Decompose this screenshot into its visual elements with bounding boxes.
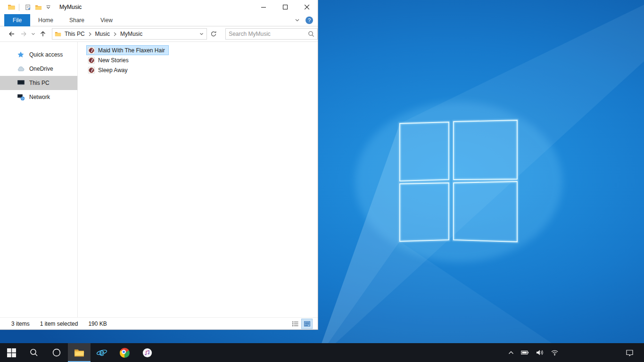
computer-icon xyxy=(17,79,25,87)
cortana-icon xyxy=(52,348,61,357)
up-arrow-icon xyxy=(39,30,47,38)
recent-locations-chevron-icon[interactable] xyxy=(30,28,37,40)
breadcrumb-music[interactable]: Music xyxy=(92,31,113,37)
breadcrumb-mymusic[interactable]: MyMusic xyxy=(117,31,146,37)
system-tray xyxy=(508,343,644,362)
refresh-icon xyxy=(210,31,217,37)
address-bar[interactable]: This PC Music MyMusic xyxy=(52,28,207,40)
action-center-icon xyxy=(626,349,634,356)
sidebar-item-label: Quick access xyxy=(29,51,63,58)
large-icons-view-icon xyxy=(304,321,311,327)
search-box[interactable] xyxy=(225,28,318,40)
sidebar-item-network[interactable]: Network xyxy=(0,90,77,104)
audio-file-icon xyxy=(88,47,95,54)
up-button[interactable] xyxy=(37,28,49,40)
chrome-button[interactable] xyxy=(113,343,136,362)
help-button[interactable]: ? xyxy=(305,16,313,24)
forward-button[interactable] xyxy=(17,28,29,40)
sidebar-item-quick-access[interactable]: Quick access xyxy=(0,48,77,62)
speaker-icon xyxy=(536,349,544,356)
status-item-count: 3 items xyxy=(11,321,30,327)
folder-icon xyxy=(8,3,15,11)
battery-button[interactable] xyxy=(521,349,529,356)
taskbar-file-explorer-button[interactable] xyxy=(68,343,91,362)
breadcrumb-this-pc[interactable]: This PC xyxy=(61,31,88,37)
tab-home[interactable]: Home xyxy=(30,14,61,26)
windows-logo-icon xyxy=(7,348,16,357)
taskbar-search-button[interactable] xyxy=(23,343,45,362)
minimize-button[interactable] xyxy=(253,0,274,14)
chevron-right-icon[interactable] xyxy=(113,32,117,36)
chevron-right-icon[interactable] xyxy=(88,32,92,36)
wifi-icon xyxy=(551,349,559,356)
address-dropdown-chevron-icon[interactable] xyxy=(199,32,204,36)
chrome-icon xyxy=(120,348,130,358)
close-icon xyxy=(305,5,309,9)
folder-icon xyxy=(55,31,61,37)
sidebar-item-this-pc[interactable]: This PC xyxy=(0,76,77,90)
ribbon-tabs: File Home Share View ? xyxy=(0,14,318,26)
file-item[interactable]: New Stories xyxy=(86,55,132,65)
action-center-button[interactable] xyxy=(626,349,634,356)
explorer-main: Quick access OneDrive xyxy=(0,42,318,317)
properties-icon xyxy=(25,4,31,10)
cloud-icon xyxy=(17,66,25,72)
internet-explorer-icon: e xyxy=(96,347,107,358)
back-button[interactable] xyxy=(6,28,17,40)
expand-ribbon-chevron-icon[interactable] xyxy=(295,18,300,23)
properties-button[interactable] xyxy=(25,4,31,10)
file-explorer-icon xyxy=(74,348,84,357)
details-view-icon xyxy=(292,321,299,327)
status-bar: 3 items 1 item selected 190 KB xyxy=(0,317,318,329)
status-size: 190 KB xyxy=(88,321,107,327)
network-icon xyxy=(17,93,25,101)
titlebar: MyMusic xyxy=(0,0,318,14)
file-name: Sleep Away xyxy=(98,67,128,74)
back-arrow-icon xyxy=(8,30,16,38)
search-icon xyxy=(308,31,314,37)
details-view-button[interactable] xyxy=(290,319,300,329)
large-icons-view-button[interactable] xyxy=(302,319,312,329)
close-button[interactable] xyxy=(296,0,318,14)
sidebar-item-onedrive[interactable]: OneDrive xyxy=(0,62,77,76)
sidebar-item-label: Network xyxy=(29,94,50,100)
file-explorer-window: MyMusic File Home Share View ? xyxy=(0,0,318,330)
battery-icon xyxy=(521,349,529,356)
audio-file-icon xyxy=(88,66,95,74)
refresh-button[interactable] xyxy=(208,28,220,40)
new-folder-icon xyxy=(35,4,42,11)
file-item[interactable]: Sleep Away xyxy=(86,65,132,75)
start-button[interactable] xyxy=(0,343,23,362)
file-item[interactable]: Maid With The Flaxen Hair xyxy=(86,45,169,55)
search-input[interactable] xyxy=(229,31,308,37)
file-name: New Stories xyxy=(98,57,129,64)
chevron-up-icon xyxy=(508,351,514,354)
address-row: This PC Music MyMusic xyxy=(0,26,318,42)
file-list[interactable]: Maid With The Flaxen Hair New Stories xyxy=(78,42,318,317)
sidebar-item-label: This PC xyxy=(29,80,50,86)
status-selection: 1 item selected xyxy=(40,321,78,327)
maximize-icon xyxy=(283,5,288,9)
navigation-pane: Quick access OneDrive xyxy=(0,42,78,317)
volume-button[interactable] xyxy=(536,349,544,356)
svg-text:e: e xyxy=(99,347,104,358)
taskbar: e xyxy=(0,343,644,362)
wifi-button[interactable] xyxy=(551,349,559,356)
show-hidden-icons-button[interactable] xyxy=(508,351,514,354)
tab-view[interactable]: View xyxy=(92,14,121,26)
forward-arrow-icon xyxy=(20,30,27,38)
tab-share[interactable]: Share xyxy=(61,14,92,26)
audio-file-icon xyxy=(88,57,95,64)
maximize-button[interactable] xyxy=(274,0,296,14)
cortana-button[interactable] xyxy=(45,343,68,362)
itunes-icon xyxy=(142,348,152,358)
tab-file[interactable]: File xyxy=(4,14,30,26)
new-folder-button[interactable] xyxy=(35,4,42,11)
internet-explorer-button[interactable]: e xyxy=(91,343,113,362)
search-icon xyxy=(29,348,39,357)
sidebar-item-label: OneDrive xyxy=(29,66,53,72)
qat-customize-chevron-icon[interactable] xyxy=(46,5,51,10)
file-name: Maid With The Flaxen Hair xyxy=(98,47,165,54)
window-title: MyMusic xyxy=(59,4,82,10)
itunes-button[interactable] xyxy=(136,343,158,362)
